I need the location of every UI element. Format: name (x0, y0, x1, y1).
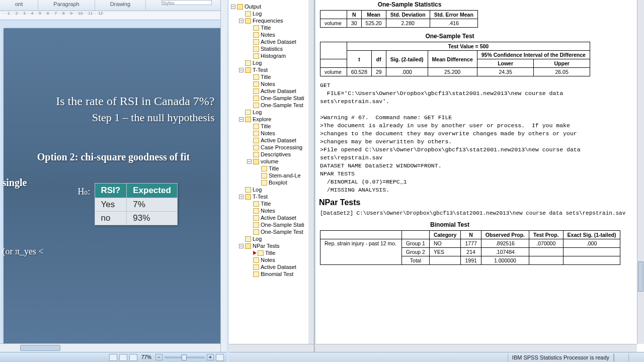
horizontal-ruler[interactable]: · · ·1· · ·2· · ·3· · ·4· · ·5· · ·6· · … (0, 11, 227, 20)
tree-item-label: Title (269, 165, 279, 172)
tree-item-binomial-test[interactable]: Binomial Test (231, 270, 313, 278)
tree-item-label: Output (245, 3, 261, 10)
one-sample-test-table[interactable]: Test Value = 500 t df Sig. (2-tailed) Me… (320, 42, 590, 76)
zoom-slider[interactable] (165, 356, 205, 358)
document-area[interactable]: Is the rate of RSI in Canada 7%? Step 1 … (0, 20, 227, 358)
tree-item-log[interactable]: Log (231, 10, 313, 17)
tree-item-notes[interactable]: Notes (231, 80, 313, 87)
tree-item-notes[interactable]: Notes (231, 207, 313, 214)
doc-icon (261, 173, 267, 178)
tree-item-active-dataset[interactable]: Active Dataset (231, 263, 313, 270)
zoom-in-button[interactable]: + (207, 354, 214, 360)
view-reading-icon[interactable] (119, 354, 127, 361)
doc-icon (253, 53, 259, 59)
col-header: Test Value = 500 (347, 42, 590, 51)
tree-item-npar-tests[interactable]: −NPar Tests (231, 242, 313, 249)
doc-icon (261, 180, 267, 186)
tree-item-label: Descriptives (261, 151, 291, 158)
tree-item-title[interactable]: Title (231, 249, 313, 256)
tree-item-notes[interactable]: Notes (231, 31, 313, 38)
collapse-toggle-icon[interactable]: − (247, 159, 252, 164)
tree-item-one-sample-test[interactable]: One-Sample Test (231, 228, 313, 235)
syntax-log[interactable]: GET FILE='C:\Users\Owner\Dropbox\gbcf13\… (320, 81, 633, 194)
tree-item-label: Notes (261, 31, 275, 38)
tree-item-t-test[interactable]: −T-Test (231, 193, 313, 200)
tree-item-descriptives[interactable]: Descriptives (231, 151, 313, 158)
table-cell: 1.000000 (481, 256, 529, 265)
output-content[interactable]: One-Sample Statistics N Mean Std. Deviat… (316, 0, 637, 344)
navigator-vscroll[interactable] (308, 0, 314, 344)
tree-item-title[interactable]: Title (231, 123, 313, 130)
tree-item-active-dataset[interactable]: Active Dataset (231, 38, 313, 45)
col-header: Mean Difference (428, 51, 477, 68)
tree-item-statistics[interactable]: Statistics (231, 45, 313, 52)
tree-item-notes[interactable]: Notes (231, 130, 313, 137)
tree-item-log[interactable]: Log (231, 59, 313, 66)
zoom-out-button[interactable]: − (155, 354, 163, 360)
tree-item-boxplot[interactable]: Boxplot (231, 179, 313, 186)
tree-item-label: volume (261, 158, 278, 165)
collapse-toggle-icon[interactable]: − (231, 5, 235, 9)
npar-tests-heading[interactable]: NPar Tests (320, 198, 634, 207)
tree-item-log[interactable]: Log (231, 186, 313, 193)
tree-item-title[interactable]: Title (231, 165, 313, 172)
table-cell (563, 248, 620, 256)
binomial-test-table[interactable]: Category N Observed Prop. Test Prop. Exa… (320, 230, 620, 265)
navigator-tree[interactable]: −OutputLog−FrequenciesTitleNotesActive D… (229, 0, 314, 281)
table-cell: 214 (461, 248, 481, 256)
tree-item-output[interactable]: −Output (231, 3, 313, 10)
styles-dropdown[interactable]: Styles (162, 0, 212, 5)
table-cell: 1777 (461, 239, 481, 248)
collapse-toggle-icon[interactable]: − (239, 244, 244, 248)
vertical-scrollbar[interactable] (220, 0, 227, 352)
collapse-toggle-icon[interactable]: − (239, 68, 244, 72)
collapse-toggle-icon[interactable]: − (239, 117, 244, 122)
table-cell: Group 2 (401, 248, 429, 256)
col-header: Std. Deviation (386, 11, 430, 19)
tree-item-active-dataset[interactable]: Active Dataset (231, 137, 313, 144)
dataset-path: [DataSet2] C:\Users\Owner\Dropbox\gbcf13… (320, 210, 633, 216)
h0-label: H₀: (78, 186, 91, 197)
slide-fragment-single: single (3, 177, 27, 189)
zoom-level[interactable]: 77% (139, 354, 153, 360)
tree-item-title[interactable]: Title (231, 24, 313, 31)
horizontal-scrollbar[interactable] (0, 343, 227, 352)
doc-icon (253, 39, 259, 45)
tree-item-t-test[interactable]: −T-Test (231, 66, 313, 73)
doc-icon (253, 46, 259, 52)
tree-item-explore[interactable]: −Explore (231, 116, 313, 123)
tree-item-notes[interactable]: Notes (231, 256, 313, 263)
tree-item-title[interactable]: Title (231, 73, 313, 80)
tree-item-histogram[interactable]: Histogram (231, 52, 313, 59)
output-horizontal-scrollbar[interactable] (316, 344, 637, 352)
view-web-icon[interactable] (129, 354, 137, 361)
tree-item-one-sample-test[interactable]: One-Sample Test (231, 102, 313, 109)
tree-item-label: Binomial Test (261, 270, 293, 278)
col-header: N (347, 11, 361, 19)
collapse-toggle-icon[interactable]: − (239, 195, 244, 199)
scrollbar-thumb[interactable] (638, 261, 643, 292)
tree-item-active-dataset[interactable]: Active Dataset (231, 87, 313, 95)
tree-item-one-sample-stati[interactable]: One-Sample Stati (231, 95, 313, 102)
tree-item-active-dataset[interactable]: Active Dataset (231, 214, 313, 221)
table-cell: Group 1 (401, 239, 429, 248)
tree-item-one-sample-stati[interactable]: One-Sample Stati (231, 221, 313, 228)
tree-item-label: Notes (261, 80, 275, 87)
fit-window-icon[interactable] (216, 354, 224, 361)
col-header: Sig. (2-tailed) (386, 51, 428, 68)
view-print-layout-icon[interactable] (109, 354, 117, 361)
table-cell: 7% (127, 198, 178, 212)
tree-item-log[interactable]: Log (231, 235, 313, 242)
one-sample-statistics-table[interactable]: N Mean Std. Deviation Std. Error Mean vo… (320, 10, 478, 28)
tree-item-label: Frequencies (253, 17, 283, 24)
collapse-toggle-icon[interactable]: − (239, 19, 244, 23)
tree-item-log[interactable]: Log (231, 109, 313, 116)
navigator-hscroll[interactable] (229, 344, 314, 352)
tree-item-frequencies[interactable]: −Frequencies (231, 17, 313, 24)
tree-item-volume[interactable]: −volume (231, 158, 313, 165)
tree-item-title[interactable]: Title (231, 200, 313, 207)
output-vertical-scrollbar[interactable] (637, 0, 644, 344)
tree-item-label: T-Test (253, 66, 268, 73)
tree-item-stem-and-le[interactable]: Stem-and-Le (231, 172, 313, 179)
tree-item-case-processing[interactable]: Case Processing (231, 144, 313, 151)
